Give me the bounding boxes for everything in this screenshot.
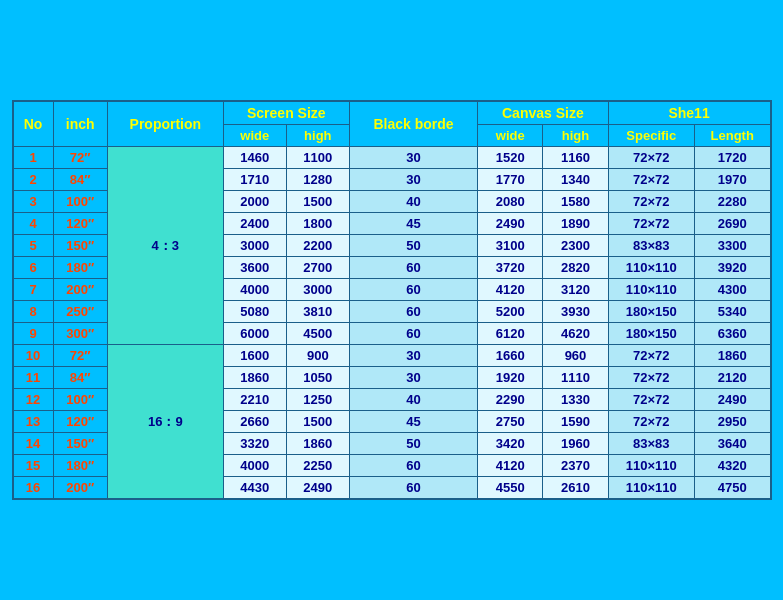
cell-no: 12 [13,389,54,411]
cell-length: 1720 [694,147,770,169]
cell-length: 5340 [694,301,770,323]
table-row: 1072″16：9160090030166096072×721860 [13,345,771,367]
cell-length: 3300 [694,235,770,257]
cell-canvas-high: 1890 [543,213,608,235]
cell-no: 7 [13,279,54,301]
cell-black-border: 45 [349,213,477,235]
cell-canvas-wide: 5200 [478,301,543,323]
col-header-canvas-size: Canvas Size [478,101,609,125]
cell-length: 2950 [694,411,770,433]
cell-canvas-wide: 3100 [478,235,543,257]
cell-no: 16 [13,477,54,500]
cell-screen-wide: 1600 [223,345,286,367]
cell-specific: 72×72 [608,213,694,235]
cell-canvas-high: 4620 [543,323,608,345]
col-header-screen-wide: wide [223,125,286,147]
col-header-specific: Specific [608,125,694,147]
cell-no: 2 [13,169,54,191]
cell-inch: 72″ [53,147,107,169]
cell-black-border: 60 [349,477,477,500]
cell-proportion: 16：9 [107,345,223,500]
cell-screen-high: 1280 [286,169,349,191]
col-header-black-border: Black borde [349,101,477,147]
cell-screen-wide: 3320 [223,433,286,455]
cell-specific: 110×110 [608,279,694,301]
cell-no: 10 [13,345,54,367]
cell-screen-high: 1500 [286,411,349,433]
cell-screen-wide: 3600 [223,257,286,279]
cell-inch: 250″ [53,301,107,323]
cell-black-border: 30 [349,345,477,367]
cell-screen-high: 2250 [286,455,349,477]
cell-canvas-high: 1160 [543,147,608,169]
cell-canvas-wide: 2490 [478,213,543,235]
cell-black-border: 60 [349,279,477,301]
cell-length: 1860 [694,345,770,367]
cell-black-border: 30 [349,147,477,169]
cell-black-border: 60 [349,301,477,323]
cell-screen-wide: 6000 [223,323,286,345]
cell-inch: 200″ [53,279,107,301]
cell-canvas-high: 1340 [543,169,608,191]
cell-screen-wide: 1860 [223,367,286,389]
col-header-inch: inch [53,101,107,147]
main-table-container: No inch Proportion Screen Size Black bor… [12,100,772,500]
cell-canvas-high: 1590 [543,411,608,433]
cell-screen-wide: 3000 [223,235,286,257]
cell-no: 15 [13,455,54,477]
cell-specific: 110×110 [608,257,694,279]
cell-black-border: 30 [349,367,477,389]
cell-canvas-high: 1960 [543,433,608,455]
cell-inch: 200″ [53,477,107,500]
cell-length: 6360 [694,323,770,345]
cell-screen-wide: 1710 [223,169,286,191]
cell-length: 4320 [694,455,770,477]
cell-inch: 100″ [53,191,107,213]
cell-inch: 72″ [53,345,107,367]
cell-length: 2490 [694,389,770,411]
cell-specific: 180×150 [608,301,694,323]
cell-canvas-wide: 6120 [478,323,543,345]
col-header-canvas-wide: wide [478,125,543,147]
cell-canvas-wide: 3420 [478,433,543,455]
cell-black-border: 60 [349,323,477,345]
cell-length: 2690 [694,213,770,235]
cell-inch: 100″ [53,389,107,411]
cell-specific: 72×72 [608,345,694,367]
cell-screen-wide: 2400 [223,213,286,235]
cell-length: 2280 [694,191,770,213]
cell-screen-wide: 4000 [223,279,286,301]
spec-table: No inch Proportion Screen Size Black bor… [12,100,772,500]
cell-length: 3640 [694,433,770,455]
col-header-proportion: Proportion [107,101,223,147]
cell-canvas-high: 1110 [543,367,608,389]
cell-black-border: 50 [349,235,477,257]
cell-screen-high: 4500 [286,323,349,345]
cell-canvas-wide: 2750 [478,411,543,433]
cell-specific: 72×72 [608,389,694,411]
cell-canvas-high: 1580 [543,191,608,213]
col-header-screen-high: high [286,125,349,147]
cell-screen-high: 2700 [286,257,349,279]
cell-screen-high: 1050 [286,367,349,389]
cell-no: 3 [13,191,54,213]
cell-no: 1 [13,147,54,169]
cell-canvas-high: 3930 [543,301,608,323]
cell-screen-wide: 4000 [223,455,286,477]
cell-specific: 72×72 [608,147,694,169]
cell-canvas-high: 2300 [543,235,608,257]
cell-canvas-high: 3120 [543,279,608,301]
cell-canvas-wide: 4120 [478,279,543,301]
cell-specific: 72×72 [608,191,694,213]
cell-inch: 120″ [53,411,107,433]
cell-canvas-wide: 3720 [478,257,543,279]
cell-specific: 83×83 [608,433,694,455]
cell-length: 2120 [694,367,770,389]
cell-inch: 150″ [53,433,107,455]
cell-black-border: 45 [349,411,477,433]
cell-screen-high: 1860 [286,433,349,455]
cell-inch: 150″ [53,235,107,257]
cell-no: 8 [13,301,54,323]
cell-inch: 84″ [53,169,107,191]
cell-black-border: 40 [349,389,477,411]
